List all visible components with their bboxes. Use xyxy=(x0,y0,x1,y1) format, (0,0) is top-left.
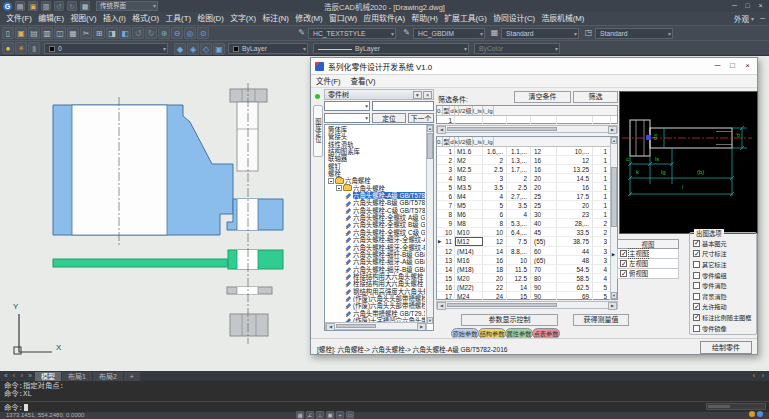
toolbar-icon[interactable]: ▤ xyxy=(28,27,40,39)
view-icon[interactable]: ◆ xyxy=(174,43,186,55)
layout-nav-icon[interactable]: › xyxy=(18,371,26,381)
clear-filter-button[interactable]: 清空条件 xyxy=(514,91,571,103)
tree-item[interactable]: 六角螺栓 xyxy=(325,177,425,184)
filter-cell[interactable] xyxy=(531,116,557,124)
plot-option[interactable]: 零件消隐 xyxy=(693,280,752,291)
layer-state-icon[interactable]: ☀ xyxy=(15,42,27,54)
layout-nav-icon[interactable]: › xyxy=(759,371,767,381)
quick-access-icon[interactable]: ▥ xyxy=(41,1,51,11)
scroll-thumb[interactable] xyxy=(611,167,617,227)
checkbox-icon[interactable] xyxy=(693,325,700,332)
column-header[interactable]: l_ls xyxy=(473,106,483,115)
filter-grid[interactable]: 0.型dkl/2级l_lsl_lg 1 xyxy=(436,105,618,124)
drafting-toggle-icon[interactable]: ∠ xyxy=(306,411,314,419)
column-header[interactable]: 型 xyxy=(443,137,450,146)
tree-item[interactable]: (作废)六角头头部带槽螺栓-B级 xyxy=(325,302,425,309)
tree-item[interactable]: 线性滑轨 xyxy=(325,141,425,148)
menu-item[interactable]: 插入(I) xyxy=(100,12,129,25)
tree-item[interactable]: 六角头螺栓-全螺纹 A级 GB/T5 xyxy=(325,214,425,221)
quick-access-icon[interactable]: ▣ xyxy=(28,1,38,11)
checkbox-icon[interactable] xyxy=(693,250,700,257)
table-row[interactable]: 9 M8 8 5.3,... 40 28,... 2 xyxy=(437,219,617,228)
appearance-menu[interactable]: 外观 xyxy=(734,13,749,24)
column-header[interactable]: l_lg xyxy=(483,137,494,146)
toolbar-icon[interactable]: ▣ xyxy=(15,27,27,39)
drafting-toggle-icon[interactable]: + xyxy=(336,411,344,419)
quick-access-icon[interactable]: ▤ xyxy=(15,1,25,11)
menu-item[interactable]: 应用软件(A) xyxy=(360,12,408,25)
checkbox-icon[interactable] xyxy=(693,314,700,321)
filter-grid-scrollbar[interactable] xyxy=(436,125,618,133)
scroll-thumb[interactable] xyxy=(336,324,376,328)
scroll-up-icon[interactable]: ▲ xyxy=(611,137,617,144)
plot-option[interactable]: 允许拖动 xyxy=(693,302,752,313)
quick-access-icon[interactable]: ↻ xyxy=(67,1,77,11)
tree-item[interactable]: 六角头螺栓-C级 GB/T5780-201 xyxy=(325,207,425,214)
dialog-menu-item[interactable]: 查看(V) xyxy=(346,75,381,87)
scroll-thumb[interactable] xyxy=(447,127,557,131)
table-row[interactable]: 7 M5 5 3.5 25 20 1 xyxy=(437,201,617,210)
menu-item[interactable]: 编辑(E) xyxy=(35,12,67,25)
toolbar-icon[interactable]: ⊙ xyxy=(197,27,209,39)
tree-item[interactable]: 六角头螺栓-细杆-B级 GB/T578 xyxy=(325,251,425,258)
tree-item[interactable]: 管接头 xyxy=(325,133,425,140)
view-row-body[interactable]: 主视图 xyxy=(617,249,679,259)
table-row[interactable]: 12 (M14) 14 8.8,... 60 44 3 xyxy=(437,247,617,256)
text-style-combo[interactable]: HC_TEXTSTYLE xyxy=(308,28,396,39)
view-row-body[interactable]: 俯视图 xyxy=(617,269,679,279)
tree-item[interactable]: 六角头带槽螺栓 GB/T29.1-20L xyxy=(325,310,425,317)
plot-option[interactable]: 标注比例随主图框 xyxy=(693,312,752,323)
tree-item[interactable]: 钢结构用高强度大六角头螺栓 G xyxy=(325,288,425,295)
column-header[interactable]: 型 xyxy=(443,106,450,115)
tree-item[interactable]: 螺钉 xyxy=(325,163,425,170)
view-row[interactable]: ▶ 左视图 xyxy=(610,259,683,269)
menu-item[interactable]: 扩展工具(G) xyxy=(441,12,490,25)
filter-cell[interactable] xyxy=(507,116,531,124)
dialog-control-button[interactable]: × xyxy=(740,59,755,72)
tree-header-button[interactable]: × xyxy=(423,91,432,99)
table-row[interactable]: 6 M4 4 2.7,... 25 17.5 1 xyxy=(437,192,617,201)
tree-item[interactable]: 六角头螺栓-细牙-B级 GB/T578 xyxy=(325,266,425,273)
column-header[interactable]: l/2级 xyxy=(459,137,473,146)
column-header[interactable]: l_lg xyxy=(483,106,494,115)
drafting-toggle-icon[interactable]: ▣ xyxy=(326,411,334,419)
column-header[interactable]: l_ls xyxy=(473,137,483,146)
layout-tab[interactable]: 模型 xyxy=(35,372,61,381)
table-row[interactable]: 13 M16 16 10 (65) 48 3 xyxy=(437,256,617,265)
tree-item[interactable]: (作废)六角头头部带槽螺栓-A级 xyxy=(325,295,425,302)
next-button[interactable]: 下一个 xyxy=(408,113,434,123)
plot-option[interactable]: 背景消隐 xyxy=(693,291,752,302)
table-row[interactable]: 4 M3 3 2 20 14.5 1 xyxy=(437,174,617,183)
toolbar-icon[interactable]: ▦ xyxy=(67,27,79,39)
toolbar-icon[interactable]: ◧ xyxy=(119,27,131,39)
toolbar-icon[interactable]: ↺ xyxy=(132,27,144,39)
tree-horizontal-scrollbar[interactable] xyxy=(325,322,427,330)
window-control-button[interactable]: □ xyxy=(741,0,754,11)
scroll-down-icon[interactable]: ▼ xyxy=(611,292,617,299)
tree-vertical-scrollbar[interactable]: ▲ ▼ xyxy=(426,125,433,324)
toolbar-icon[interactable]: ▯ xyxy=(2,27,14,39)
layout-tab[interactable]: 布局1 xyxy=(62,372,92,381)
layout-nav-icon[interactable]: ‹ xyxy=(10,371,18,381)
plot-option[interactable]: 基本图元 xyxy=(693,238,752,249)
param-display-button[interactable]: 参数显示控制 xyxy=(461,314,558,326)
menu-item[interactable]: 协同设计(C) xyxy=(490,12,538,25)
table-style-combo[interactable]: Standard xyxy=(501,28,579,39)
view-icon[interactable]: ◇ xyxy=(200,43,212,55)
view-icon[interactable]: ▣ xyxy=(213,43,225,55)
apply-filter-button[interactable]: 筛选 xyxy=(573,91,618,103)
table-row[interactable]: 16 (M22) 22 14 90 62.5 5 xyxy=(437,283,617,292)
table-row[interactable]: 10 M10 10 6.4,... 45 33.5 2 xyxy=(437,228,617,237)
plot-option[interactable]: 零件编组 xyxy=(693,270,752,281)
layout-nav-icon[interactable]: « xyxy=(2,371,10,381)
tree-item[interactable]: 六角头螺栓-细牙-全螺纹-B级 ( xyxy=(325,244,425,251)
table-row[interactable]: 17 M24 24 15 90 69 5 xyxy=(437,292,617,301)
toolbar-icon[interactable]: ▥ xyxy=(41,27,53,39)
checkbox-icon[interactable] xyxy=(620,260,627,267)
layout-tab[interactable]: + xyxy=(124,372,140,381)
tree-item[interactable]: 六角头螺栓-全螺纹 C级 GB/T5 xyxy=(325,229,425,236)
menu-item[interactable]: 浩辰机械(M) xyxy=(538,12,587,25)
checkbox-icon[interactable] xyxy=(620,250,627,257)
menu-item[interactable]: 文件(F) xyxy=(3,12,35,25)
locate-button[interactable]: 定位 xyxy=(372,113,406,123)
